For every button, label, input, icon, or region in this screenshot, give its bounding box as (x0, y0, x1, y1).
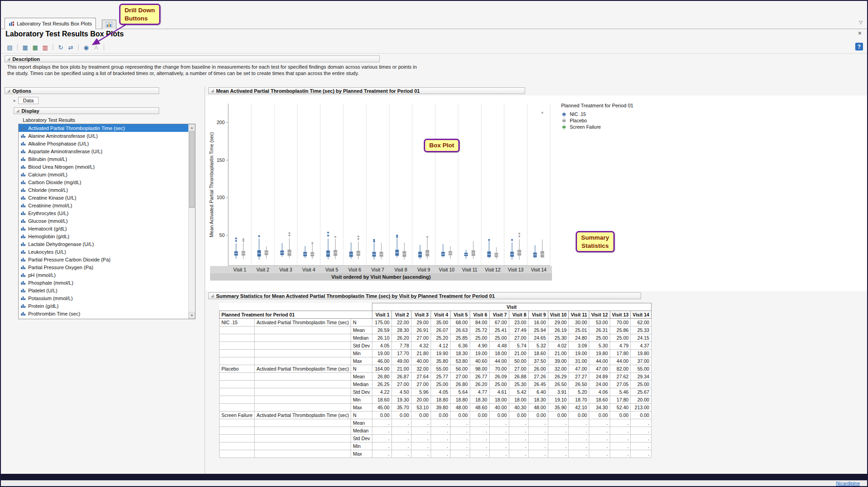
stat-value-cell: . (411, 427, 431, 435)
boxplot-canvas[interactable]: 50100150200Mean Activated Partial Thromb… (208, 99, 554, 268)
list-item-lab-test[interactable]: Partial Pressure Oxygen (Pa) (19, 263, 195, 271)
list-item-lab-test[interactable]: Lactate Dehydrogenase (U/L) (19, 240, 195, 248)
list-item-lab-test[interactable]: Creatine Kinase (U/L) (19, 194, 195, 201)
list-item-lab-test[interactable]: Leukocytes (U/L) (19, 248, 195, 256)
legend-entry[interactable]: Placebo (561, 117, 633, 124)
display-outline-header[interactable]: ◢ Display (14, 107, 159, 114)
list-item-lab-test[interactable]: Protein (g/dL) (19, 302, 195, 310)
list-item-lab-test[interactable]: Glucose (mmol/L) (19, 217, 195, 225)
stat-row: Mean26.8026.8727.6425.7727.0026.7726.092… (220, 373, 652, 381)
stat-value-cell: 4.37 (631, 342, 652, 350)
treatment-cell (220, 326, 255, 334)
data-section-row[interactable]: ▸ Data (14, 97, 39, 104)
help-button[interactable]: ? (855, 43, 863, 50)
list-item-lab-test[interactable]: Calcium (mmol/L) (19, 171, 195, 178)
list-item-lab-test[interactable]: Carbon Dioxide (mg/dL) (19, 178, 195, 186)
box-plot-callout: Box Plot (424, 139, 460, 152)
stat-value-cell: . (548, 419, 569, 427)
stat-value-cell: 4.77 (470, 388, 489, 396)
lab-test-listbox[interactable]: Activated Partial Thromboplastin Time (s… (18, 124, 196, 319)
collapse-triangle-icon[interactable]: ◢ (211, 294, 214, 298)
treatment-cell (220, 381, 255, 388)
options-outline-header[interactable]: ◢ Options (5, 87, 159, 94)
export-excel-button[interactable]: ▦ (31, 43, 40, 51)
collapse-triangle-icon[interactable]: ◢ (7, 57, 10, 61)
list-item-lab-test[interactable]: Hemoglobin (g/dL) (19, 232, 195, 240)
test-cell (255, 342, 351, 350)
stat-row: Max45.0035.7053.1039.8048.0048.6040.0040… (220, 404, 652, 412)
tab-chart[interactable] (102, 20, 116, 29)
stat-value-cell: 40.00 (489, 404, 509, 412)
refresh-button[interactable]: ↻ (56, 43, 65, 51)
list-item-lab-test[interactable]: Phosphate (mmol/L) (19, 279, 195, 286)
bottom-dark-bar (1, 474, 867, 480)
list-item-lab-test[interactable]: Alkaline Phosphatase (U/L) (19, 140, 195, 147)
export-pdf-button[interactable]: ▥ (41, 43, 50, 51)
stat-value-cell: . (631, 427, 652, 435)
list-item-lab-test[interactable]: Chloride (mmol/L) (19, 186, 195, 194)
stat-value-cell: . (372, 450, 391, 458)
list-item-lab-test[interactable]: Erythrocytes (U/L) (19, 209, 195, 217)
stat-value-cell: . (411, 435, 431, 442)
chart-outline-header[interactable]: ◢ Mean Activated Partial Thromboplastin … (208, 87, 525, 94)
treatment-cell: Screen Failure (220, 412, 255, 419)
stat-value-cell: 0.00 (450, 412, 470, 419)
list-item-lab-test[interactable]: Bilirubin (mmol/L) (19, 155, 195, 163)
drill-down-button-1[interactable]: ◉ (82, 43, 90, 51)
list-item-label: Lactate Dehydrogenase (U/L) (28, 241, 94, 247)
collapse-triangle-icon[interactable]: ◢ (7, 89, 10, 93)
collapse-triangle-icon[interactable]: ◢ (16, 109, 19, 113)
list-item-label: Phosphate (mmol/L) (28, 280, 73, 286)
stat-value-cell: 35.80 (431, 357, 450, 365)
export-table-button[interactable]: ▦ (21, 43, 30, 51)
scroll-up-icon[interactable]: ▲ (189, 124, 195, 131)
stat-value-cell: 25.00 (589, 334, 610, 342)
stat-value-cell: 27.00 (411, 334, 431, 342)
distribution-icon (20, 226, 26, 231)
list-item-lab-test[interactable]: Potassium (mmol/L) (19, 294, 195, 302)
drill-down-button-2[interactable]: A (92, 43, 100, 51)
list-item-lab-test[interactable]: Activated Partial Thromboplastin Time (s… (19, 124, 195, 132)
stat-value-cell: 44.00 (489, 357, 509, 365)
collapse-triangle-icon[interactable]: ◢ (211, 89, 214, 93)
scroll-down-icon[interactable]: ▼ (189, 312, 195, 319)
list-scrollbar[interactable]: ▲ ▼ (188, 124, 195, 319)
list-item-lab-test[interactable]: Alanine Aminotransferase (U/L) (19, 132, 195, 140)
scrollbar-thumb[interactable] (189, 131, 195, 208)
legend-entry[interactable]: NIC .15 (561, 111, 633, 117)
study-link[interactable]: Nicardipine (836, 481, 860, 486)
stat-value-cell: 27.27 (569, 373, 589, 381)
list-item-lab-test[interactable]: Platelet (U/L) (19, 286, 195, 294)
open-report-button[interactable]: ▤ (5, 43, 14, 51)
list-item-lab-test[interactable]: Hematocrit (g/dL) (19, 225, 195, 232)
visit-col-header: Visit 8 (509, 311, 528, 319)
legend-entries: NIC .15PlaceboScreen Failure (561, 111, 633, 130)
stat-row: Std Dev4.224.505.964.055.644.774.615.426… (220, 388, 652, 396)
legend-entry[interactable]: Screen Failure (561, 124, 633, 130)
stat-value-cell: 25.86 (610, 326, 631, 334)
stat-value-cell: 27.62 (610, 373, 631, 381)
stat-value-cell: . (589, 435, 610, 442)
stat-value-cell: 48.00 (450, 404, 470, 412)
expand-triangle-icon[interactable]: ▸ (14, 99, 16, 103)
summary-outline-header[interactable]: ◢ Summary Statistics for Mean Activated … (208, 292, 641, 299)
list-item-label: Partial Pressure Oxygen (Pa) (28, 265, 93, 270)
stat-row: NIC .15Activated Partial Thromboplastin … (220, 319, 652, 326)
list-item-lab-test[interactable]: Blood Urea Nitrogen (mmol/L) (19, 163, 195, 171)
stat-value-cell: . (431, 419, 450, 427)
list-item-lab-test[interactable]: Creatinine (mmol/L) (19, 201, 195, 209)
x-axis-tick-label: Visit 2 (251, 267, 275, 272)
tab-overflow-icon[interactable]: ▽ (859, 20, 863, 25)
list-item-label: Carbon Dioxide (mg/dL) (28, 180, 81, 185)
description-outline-header[interactable]: ◢ Description (5, 55, 380, 62)
list-item-lab-test[interactable]: Prothrombin Time (sec) (19, 310, 195, 317)
page-title: Laboratory Test Results Box Plots (5, 30, 124, 38)
close-icon[interactable]: × (858, 30, 862, 37)
list-item-lab-test[interactable]: pH (mmol/L) (19, 271, 195, 279)
list-item-lab-test[interactable]: Partial Pressure Carbon Dioxide (Pa) (19, 256, 195, 263)
data-section-label[interactable]: Data (18, 97, 39, 104)
tab-lab-test-results[interactable]: Laboratory Test Results Box Plots (5, 18, 96, 29)
rerun-button[interactable]: ⇄ (66, 43, 75, 51)
stat-value-cell: 35.70 (391, 404, 411, 412)
list-item-lab-test[interactable]: Aspartate Aminotransferase (U/L) (19, 147, 195, 155)
